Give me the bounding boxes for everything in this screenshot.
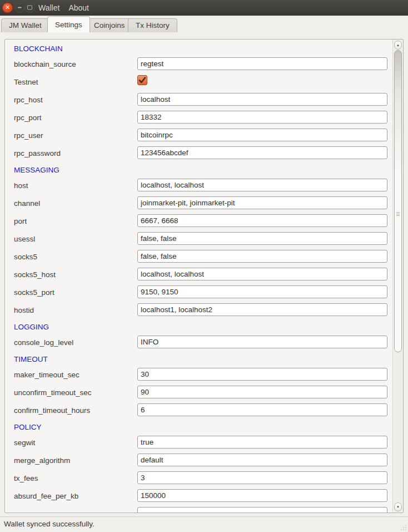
scroll-down-button[interactable]: ▼ bbox=[394, 503, 402, 511]
setting-row-unconfirm-timeout-sec: unconfirm_timeout_sec bbox=[5, 385, 392, 402]
setting-label: usessl bbox=[14, 231, 35, 248]
tab-bar: JM WalletSettingsCoinjoinsTx History bbox=[0, 16, 408, 32]
blockchain-source-input[interactable] bbox=[137, 57, 387, 70]
host-input[interactable] bbox=[137, 179, 387, 191]
setting-label: socks5 bbox=[14, 249, 37, 265]
setting-label: rpc_host bbox=[14, 92, 43, 109]
setting-label: channel bbox=[14, 195, 40, 212]
socks5-port-input[interactable] bbox=[137, 285, 387, 298]
minimize-button[interactable] bbox=[15, 3, 24, 12]
rpc-password-input[interactable] bbox=[137, 146, 387, 159]
setting-label: blockchain_source bbox=[14, 56, 76, 73]
setting-row-merge-algorithm: merge_algorithm bbox=[5, 452, 392, 470]
setting-row-socks5-host: socks5_host bbox=[5, 267, 392, 284]
menu-wallet[interactable]: Wallet bbox=[38, 0, 59, 16]
maximize-button[interactable] bbox=[25, 3, 34, 12]
setting-row-port: port bbox=[5, 213, 392, 231]
rpc-port-input[interactable] bbox=[137, 111, 387, 124]
setting-row-socks5-port: socks5_port bbox=[5, 284, 392, 302]
check-icon bbox=[138, 77, 146, 84]
scroll-up-icon: ▲ bbox=[396, 43, 400, 47]
setting-label: socks5_port bbox=[14, 284, 54, 301]
merge-algorithm-input[interactable] bbox=[137, 454, 387, 466]
setting-row-segwit: segwit bbox=[5, 435, 392, 452]
section-header-logging: LOGGING bbox=[5, 320, 392, 334]
tx-fees-input[interactable] bbox=[137, 471, 387, 484]
confirm-timeout-hours-input[interactable] bbox=[137, 403, 387, 416]
setting-row-maker-timeout-sec: maker_timeout_sec bbox=[5, 367, 392, 385]
channel-input[interactable] bbox=[137, 196, 387, 209]
setting-row-rpc-user: rpc_user bbox=[5, 127, 392, 145]
setting-label: segwit bbox=[14, 435, 35, 451]
setting-row-console-log-level: console_log_level bbox=[5, 334, 392, 352]
maker-timeout-sec-input[interactable] bbox=[137, 368, 387, 381]
setting-label: absurd_fee_per_kb bbox=[14, 488, 78, 505]
setting-row-testnet: Testnet bbox=[5, 74, 392, 92]
setting-label: Testnet bbox=[14, 74, 38, 91]
setting-label: merge_algorithm bbox=[14, 452, 70, 469]
socks5-input[interactable] bbox=[137, 250, 387, 263]
status-bar: Wallet synced successfully. bbox=[0, 516, 408, 532]
setting-row-socks5: socks5 bbox=[5, 249, 392, 267]
scroll-up-button[interactable]: ▲ bbox=[394, 41, 402, 50]
hostid-input[interactable] bbox=[137, 303, 387, 316]
setting-label: rpc_user bbox=[14, 127, 43, 144]
setting-label: port bbox=[14, 213, 27, 230]
setting-row-rpc-host: rpc_host bbox=[5, 92, 392, 110]
setting-row-rpc-password: rpc_password bbox=[5, 145, 392, 163]
tab-tx-history[interactable]: Tx History bbox=[128, 18, 177, 32]
resize-grip[interactable] bbox=[400, 524, 406, 530]
setting-row-absurd-fee-per-kb: absurd_fee_per_kb bbox=[5, 488, 392, 506]
testnet-checkbox[interactable] bbox=[137, 75, 147, 85]
rpc-host-input[interactable] bbox=[137, 93, 387, 106]
rpc-user-input[interactable] bbox=[137, 129, 387, 141]
scroll-down-icon: ▼ bbox=[396, 505, 400, 509]
tab-jm-wallet[interactable]: JM Wallet bbox=[1, 18, 49, 32]
port-input[interactable] bbox=[137, 214, 387, 227]
setting-label: unconfirm_timeout_sec bbox=[14, 385, 92, 401]
setting-label: tx_fees bbox=[14, 470, 38, 487]
tab-settings[interactable]: Settings bbox=[47, 16, 90, 32]
setting-label: console_log_level bbox=[14, 334, 73, 351]
setting-row-blockchain-source: blockchain_source bbox=[5, 56, 392, 74]
section-header-policy: POLICY bbox=[5, 420, 392, 435]
setting-row-host: host bbox=[5, 178, 392, 195]
segwit-input[interactable] bbox=[137, 436, 387, 449]
scrollbar-grip-icon bbox=[396, 212, 400, 217]
setting-row-usessl: usessl bbox=[5, 231, 392, 249]
minimize-icon bbox=[18, 7, 22, 8]
setting-label: socks5_host bbox=[14, 267, 56, 283]
section-header-messaging: MESSAGING bbox=[5, 163, 392, 178]
menu-about[interactable]: About bbox=[68, 0, 89, 16]
setting-label: hostid bbox=[14, 302, 34, 319]
setting-row-confirm-timeout-hours: confirm_timeout_hours bbox=[5, 402, 392, 420]
tab-coinjoins[interactable]: Coinjoins bbox=[86, 18, 133, 32]
scrollbar-thumb[interactable] bbox=[394, 50, 402, 352]
setting-row-hostid: hostid bbox=[5, 302, 392, 320]
vertical-scrollbar[interactable]: ▲ ▼ bbox=[392, 40, 403, 513]
settings-form: BLOCKCHAINblockchain_sourceTestnetrpc_ho… bbox=[5, 40, 392, 513]
setting-row-tx-fees: tx_fees bbox=[5, 470, 392, 488]
setting-label: rpc_port bbox=[14, 110, 42, 126]
partially-visible-input[interactable] bbox=[137, 507, 387, 513]
usessl-input[interactable] bbox=[137, 232, 387, 245]
close-icon: ✕ bbox=[5, 4, 10, 11]
section-header-timeout: TIMEOUT bbox=[5, 352, 392, 367]
setting-label: confirm_timeout_hours bbox=[14, 402, 90, 419]
setting-row bbox=[5, 506, 392, 513]
status-message: Wallet synced successfully. bbox=[0, 517, 408, 531]
socks5-host-input[interactable] bbox=[137, 268, 387, 280]
console-log-level-input[interactable] bbox=[137, 336, 387, 348]
section-header-blockchain: BLOCKCHAIN bbox=[5, 42, 392, 56]
setting-label: rpc_password bbox=[14, 145, 61, 162]
settings-scroll-area: BLOCKCHAINblockchain_sourceTestnetrpc_ho… bbox=[4, 39, 404, 513]
close-button[interactable]: ✕ bbox=[2, 2, 13, 13]
setting-label: maker_timeout_sec bbox=[14, 367, 79, 383]
maximize-icon bbox=[27, 6, 32, 10]
unconfirm-timeout-sec-input[interactable] bbox=[137, 386, 387, 398]
setting-label: host bbox=[14, 178, 28, 194]
absurd-fee-per-kb-input[interactable] bbox=[137, 489, 387, 502]
titlebar: ✕ Wallet About bbox=[0, 0, 408, 16]
setting-row-channel: channel bbox=[5, 195, 392, 213]
setting-row-rpc-port: rpc_port bbox=[5, 110, 392, 127]
